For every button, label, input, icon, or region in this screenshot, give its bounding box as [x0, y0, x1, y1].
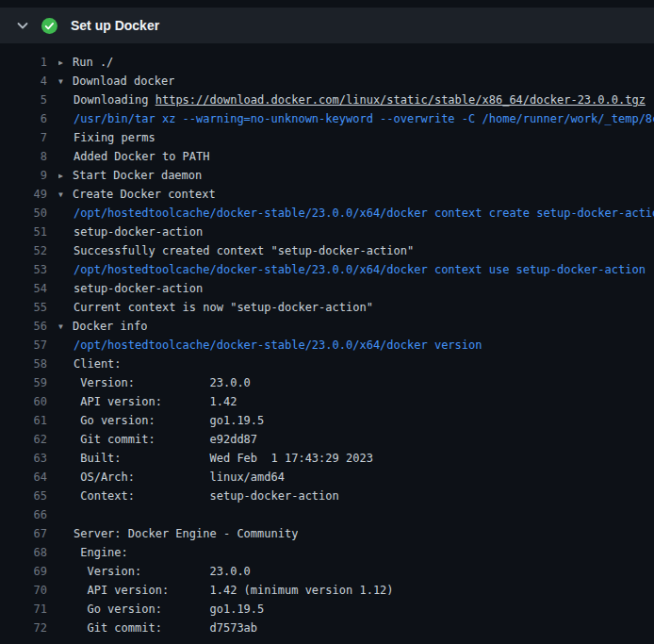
log-line: 66 — [0, 505, 654, 524]
step-title: Set up Docker — [71, 18, 159, 33]
log-line: 67Server: Docker Engine - Community — [0, 524, 654, 543]
line-number[interactable]: 1 — [0, 53, 47, 72]
log-text: Context: setup-docker-action — [58, 487, 339, 505]
log-line: 54setup-docker-action — [0, 279, 654, 298]
triangle-collapsed-icon: ▶ — [58, 54, 73, 72]
line-number[interactable]: 51 — [0, 223, 47, 241]
log-command: /usr/bin/tar xz --warning=no-unknown-key… — [58, 109, 654, 128]
log-line: 70 API version: 1.42 (minimum version 1.… — [0, 581, 654, 600]
line-number[interactable]: 70 — [0, 581, 47, 600]
check-circle-icon — [41, 18, 57, 34]
log-link[interactable]: https://download.docker.com/linux/static… — [155, 93, 646, 107]
log-line: 60 API version: 1.42 — [0, 392, 654, 411]
log-line: 52Successfully created context "setup-do… — [0, 241, 654, 260]
line-number[interactable]: 50 — [0, 204, 47, 223]
group-title: Docker info — [73, 320, 147, 333]
line-number[interactable]: 71 — [0, 600, 47, 619]
line-number[interactable]: 6 — [0, 109, 47, 128]
line-number[interactable]: 60 — [0, 392, 47, 411]
line-number[interactable]: 54 — [0, 279, 47, 298]
log-group-header[interactable]: ▼Create Docker context — [58, 185, 216, 204]
log-line: 71 Go version: go1.19.5 — [0, 600, 654, 619]
log-line: 51setup-docker-action — [0, 223, 654, 241]
log-command: /opt/hostedtoolcache/docker-stable/23.0.… — [58, 204, 654, 223]
log-text: Version: 23.0.0 — [58, 373, 251, 392]
log-text: Git commit: d7573ab — [58, 619, 257, 637]
line-number[interactable]: 7 — [0, 128, 47, 147]
log-line: 9▶Start Docker daemon — [0, 166, 654, 185]
log-line: 58Client: — [0, 355, 654, 373]
log-text: Built: Wed Feb 1 17:43:29 2023 — [58, 449, 373, 468]
line-number[interactable]: 72 — [0, 619, 47, 637]
line-number[interactable]: 62 — [0, 430, 47, 449]
log-group-header[interactable]: ▶Run ./ — [58, 53, 113, 72]
log-line: 53/opt/hostedtoolcache/docker-stable/23.… — [0, 260, 654, 279]
log-line: 57/opt/hostedtoolcache/docker-stable/23.… — [0, 336, 654, 355]
line-number[interactable]: 8 — [0, 147, 47, 166]
log-text: Added Docker to PATH — [58, 147, 210, 166]
log-group-header[interactable]: ▼Download docker — [58, 72, 174, 91]
log-line: 50/opt/hostedtoolcache/docker-stable/23.… — [0, 204, 654, 223]
log-line: 59 Version: 23.0.0 — [0, 373, 654, 392]
log-text: Client: — [58, 355, 122, 373]
log-line: 72 Git commit: d7573ab — [0, 619, 654, 637]
log-group-header[interactable]: ▶Start Docker daemon — [58, 166, 202, 185]
line-number[interactable]: 58 — [0, 355, 47, 373]
chevron-down-icon[interactable] — [15, 18, 30, 33]
log-text: Go version: go1.19.5 — [58, 411, 264, 430]
log-text: Downloading https://download.docker.com/… — [58, 91, 646, 109]
log-line: 69 Version: 23.0.0 — [0, 562, 654, 581]
group-title: Start Docker daemon — [73, 169, 202, 182]
log-lines: 1▶Run ./4▼Download docker5Downloading ht… — [0, 43, 654, 637]
log-line: 4▼Download docker — [0, 72, 654, 91]
log-text: setup-docker-action — [58, 279, 203, 298]
line-number[interactable]: 4 — [0, 72, 47, 91]
log-text: API version: 1.42 (minimum version 1.12) — [58, 581, 394, 600]
log-text: Git commit: e92dd87 — [58, 430, 257, 449]
line-number[interactable]: 49 — [0, 185, 47, 204]
line-number[interactable]: 57 — [0, 336, 47, 355]
line-number[interactable]: 9 — [0, 166, 47, 185]
log-line: 7Fixing perms — [0, 128, 654, 147]
line-number[interactable]: 66 — [0, 505, 47, 524]
log-text: setup-docker-action — [58, 223, 203, 241]
line-number[interactable]: 52 — [0, 241, 47, 260]
log-line: 1▶Run ./ — [0, 53, 654, 72]
log-text-prefix: Downloading — [74, 93, 155, 107]
log-text: Version: 23.0.0 — [58, 562, 251, 581]
line-number[interactable]: 67 — [0, 524, 47, 543]
line-number[interactable]: 55 — [0, 298, 47, 317]
line-number[interactable]: 53 — [0, 260, 47, 279]
group-title: Create Docker context — [73, 188, 216, 201]
log-line: 62 Git commit: e92dd87 — [0, 430, 654, 449]
log-command: /opt/hostedtoolcache/docker-stable/23.0.… — [58, 336, 482, 355]
line-number[interactable]: 61 — [0, 411, 47, 430]
line-number[interactable]: 68 — [0, 543, 47, 562]
line-number[interactable]: 69 — [0, 562, 47, 581]
log-text: API version: 1.42 — [58, 392, 237, 411]
triangle-expanded-icon: ▼ — [58, 186, 73, 204]
log-line: 55Current context is now "setup-docker-a… — [0, 298, 654, 317]
log-line: 5Downloading https://download.docker.com… — [0, 91, 654, 109]
step-header[interactable]: Set up Docker — [0, 8, 654, 43]
log-line: 64 OS/Arch: linux/amd64 — [0, 468, 654, 487]
line-number[interactable]: 63 — [0, 449, 47, 468]
log-text: Successfully created context "setup-dock… — [58, 241, 414, 260]
line-number[interactable]: 65 — [0, 487, 47, 505]
log-group-header[interactable]: ▼Docker info — [58, 317, 147, 336]
triangle-expanded-icon: ▼ — [58, 73, 73, 91]
log-line: 56▼Docker info — [0, 317, 654, 336]
log-line: 68 Engine: — [0, 543, 654, 562]
triangle-expanded-icon: ▼ — [58, 318, 73, 336]
log-line: 63 Built: Wed Feb 1 17:43:29 2023 — [0, 449, 654, 468]
triangle-collapsed-icon: ▶ — [58, 167, 73, 185]
log-line: 8Added Docker to PATH — [0, 147, 654, 166]
log-command: /opt/hostedtoolcache/docker-stable/23.0.… — [58, 260, 646, 279]
line-number[interactable]: 56 — [0, 317, 47, 336]
log-line: 61 Go version: go1.19.5 — [0, 411, 654, 430]
group-title: Download docker — [73, 74, 174, 88]
line-number[interactable]: 59 — [0, 373, 47, 392]
line-number[interactable]: 5 — [0, 91, 47, 109]
log-line: 65 Context: setup-docker-action — [0, 487, 654, 505]
line-number[interactable]: 64 — [0, 468, 47, 487]
